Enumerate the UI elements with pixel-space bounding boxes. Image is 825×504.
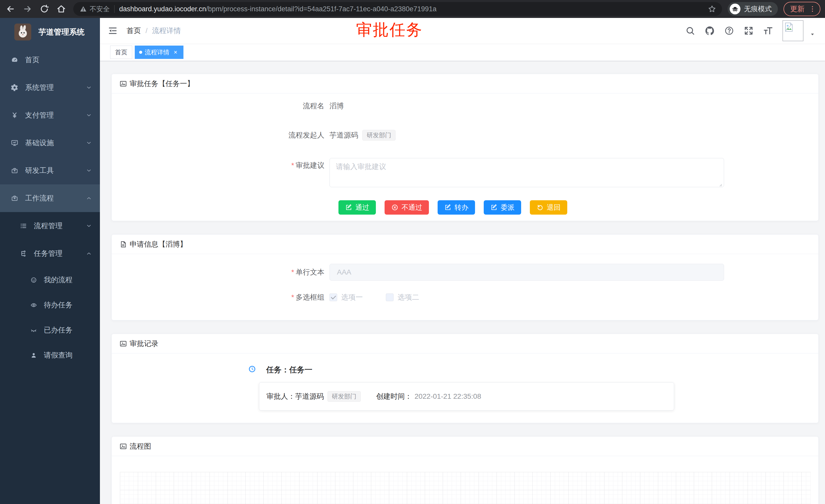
checkbox-group-row: 多选框组 选项一 选项二 xyxy=(112,292,818,302)
picture-icon xyxy=(120,442,127,450)
app-title: 芋道管理系统 xyxy=(39,27,85,37)
browser-back-icon[interactable] xyxy=(6,4,15,14)
sidebar-menu: 首页 系统管理 支付管理 基础设施 xyxy=(0,46,100,504)
approver-dept-tag: 研发部门 xyxy=(327,391,361,402)
chevron-up-icon xyxy=(86,195,92,201)
suggestion-textarea[interactable] xyxy=(329,158,724,187)
search-icon[interactable] xyxy=(685,26,695,36)
avatar[interactable] xyxy=(782,20,804,41)
record-detail-box: 审批人： 芋道源码 研发部门 创建时间： 2022-01-21 22:35:08 xyxy=(259,383,674,411)
browser-forward-icon[interactable] xyxy=(22,4,32,14)
picture-icon xyxy=(120,80,127,88)
initiator-value: 芋道源码 xyxy=(329,131,358,140)
fullscreen-icon[interactable] xyxy=(744,26,754,36)
address-bar[interactable]: 不安全 dashboard.yudao.iocoder.cn/bpm/proce… xyxy=(73,2,722,16)
return-button[interactable]: 退回 xyxy=(530,200,567,215)
approval-card-title: 审批任务【任务一】 xyxy=(130,79,194,89)
diagram-card-header: 流程图 xyxy=(112,437,818,456)
diagram-card-title: 流程图 xyxy=(130,441,151,451)
close-tag-icon[interactable]: × xyxy=(172,49,179,56)
application-card-header: 申请信息【滔博】 xyxy=(112,235,818,254)
sidebar-item-process-management[interactable]: 流程管理 xyxy=(0,212,100,240)
sidebar-item-payment-management[interactable]: 支付管理 xyxy=(0,101,100,129)
checkbox-unchecked-icon xyxy=(386,293,393,301)
screen: 不安全 dashboard.yudao.iocoder.cn/bpm/proce… xyxy=(0,0,825,504)
eye-closed-icon xyxy=(30,327,37,334)
annotation-approval-task: 审批任务 xyxy=(356,19,423,40)
refresh-left-icon xyxy=(536,204,544,211)
security-label: 不安全 xyxy=(90,5,110,14)
workflow-submenu: 流程管理 任务管理 我的流程 待办任务 xyxy=(0,212,100,504)
textarea-resize-grip[interactable] xyxy=(718,182,723,187)
approve-button[interactable]: 通过 xyxy=(339,200,376,215)
briefcase-icon xyxy=(11,194,18,202)
navbar-actions xyxy=(685,18,815,44)
sidebar-item-workflow[interactable]: 工作流程 xyxy=(0,184,100,212)
user-menu-caret-icon[interactable] xyxy=(810,31,815,37)
top-navbar: 首页 / 流程详情 审批任务 xyxy=(100,18,825,44)
sidebar-item-system-management[interactable]: 系统管理 xyxy=(0,74,100,101)
delegate-button[interactable]: 委派 xyxy=(484,200,521,215)
tags-view-bar: 首页 流程详情 × xyxy=(100,44,825,61)
browser-menu-kebab-icon[interactable] xyxy=(809,5,816,13)
reject-button[interactable]: 不通过 xyxy=(385,200,429,215)
approval-records-card: 审批记录 任务：任务一 审批人： 芋道源码 研发部门 创建时间： 2022-01… xyxy=(111,334,819,423)
process-name-row: 流程名 滔博 xyxy=(112,101,818,111)
active-tag-dot xyxy=(139,51,142,54)
initiator-label: 流程发起人 xyxy=(112,131,329,140)
sidebar: 芋道管理系统 首页 系统管理 支付管理 xyxy=(0,18,100,504)
approver-value: 芋道源码 xyxy=(295,392,324,401)
browser-home-icon[interactable] xyxy=(56,4,66,14)
chevron-down-icon xyxy=(86,140,92,146)
timeline-item: 任务：任务一 审批人： 芋道源码 研发部门 创建时间： 2022-01-21 2… xyxy=(259,365,818,411)
breadcrumb-home[interactable]: 首页 xyxy=(127,26,141,35)
single-line-text-input[interactable] xyxy=(329,264,724,281)
breadcrumb-separator: / xyxy=(146,27,148,35)
sidebar-item-my-processes[interactable]: 我的流程 xyxy=(0,267,100,292)
process-diagram-card: 流程图 xyxy=(111,436,819,504)
single-line-text-label: 单行文本 xyxy=(112,267,329,277)
sidebar-item-infrastructure[interactable]: 基础设施 xyxy=(0,129,100,157)
sidebar-item-leave-query[interactable]: 请假查询 xyxy=(0,343,100,368)
not-secure-warning-icon[interactable] xyxy=(79,5,87,13)
circle-close-icon xyxy=(391,204,398,211)
sidebar-item-todo-tasks[interactable]: 待办任务 xyxy=(0,292,100,318)
sidebar-collapse-icon[interactable] xyxy=(107,26,118,36)
tag-process-detail[interactable]: 流程详情 × xyxy=(135,46,183,59)
browser-reload-icon[interactable] xyxy=(40,4,49,14)
face-icon xyxy=(30,276,37,283)
breadcrumb-current: 流程详情 xyxy=(152,26,181,35)
records-card-header: 审批记录 xyxy=(112,334,818,353)
font-size-icon[interactable] xyxy=(763,26,773,36)
bookmark-star-icon[interactable] xyxy=(708,5,717,13)
chevron-down-icon xyxy=(86,84,92,91)
github-icon[interactable] xyxy=(704,26,715,36)
app-logo-row[interactable]: 芋道管理系统 xyxy=(0,18,100,46)
transfer-button[interactable]: 转办 xyxy=(438,200,475,215)
bpmn-diagram-canvas[interactable] xyxy=(120,472,811,504)
picture-icon xyxy=(120,340,127,347)
help-icon[interactable] xyxy=(724,26,734,36)
incognito-label: 无痕模式 xyxy=(744,4,772,14)
sidebar-item-task-management[interactable]: 任务管理 xyxy=(0,240,100,267)
process-name-label: 流程名 xyxy=(112,101,329,111)
checkbox-option-2[interactable]: 选项二 xyxy=(386,292,419,302)
app-logo-image xyxy=(14,23,31,40)
checkbox-checked-icon xyxy=(329,293,337,301)
sidebar-item-done-tasks[interactable]: 已办任务 xyxy=(0,318,100,343)
checkbox-option-1[interactable]: 选项一 xyxy=(329,292,363,302)
yen-icon xyxy=(11,111,18,119)
suggestion-row: 审批建议 xyxy=(112,158,818,189)
checkbox-group: 选项一 选项二 xyxy=(329,292,442,302)
edit-icon xyxy=(444,204,451,211)
chevron-down-icon xyxy=(86,112,92,118)
sidebar-item-home[interactable]: 首页 xyxy=(0,46,100,74)
browser-toolbar: 不安全 dashboard.yudao.iocoder.cn/bpm/proce… xyxy=(0,0,825,18)
timeline-clock-icon xyxy=(248,365,256,373)
records-card-title: 审批记录 xyxy=(130,339,158,348)
tag-home[interactable]: 首页 xyxy=(110,46,132,59)
update-button[interactable]: 更新 xyxy=(783,2,820,16)
chevron-down-icon xyxy=(86,167,92,174)
sidebar-item-dev-tools[interactable]: 研发工具 xyxy=(0,157,100,184)
url-text: dashboard.yudao.iocoder.cn/bpm/process-i… xyxy=(119,5,708,13)
